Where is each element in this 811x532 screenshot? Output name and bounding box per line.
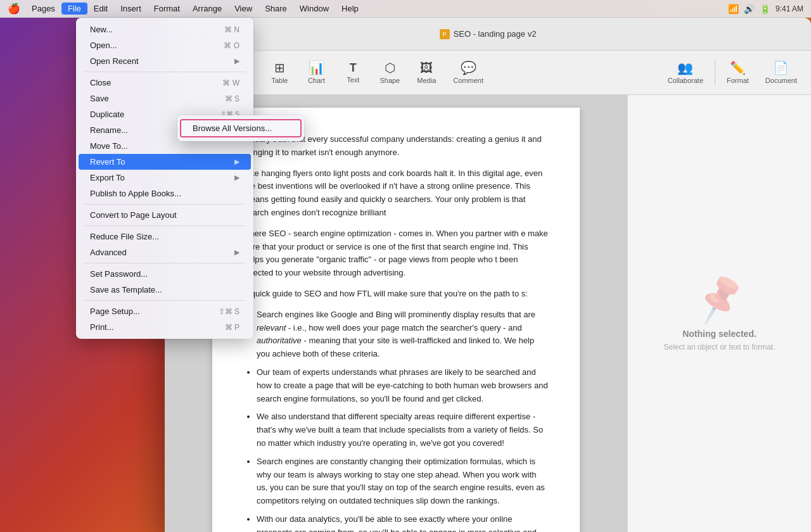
toolbar-comment[interactable]: 💬 Comment bbox=[445, 58, 491, 88]
menubar-format[interactable]: Format bbox=[148, 3, 186, 15]
menubar-help[interactable]: Help bbox=[335, 3, 365, 15]
menubar-edit[interactable]: Edit bbox=[87, 3, 114, 15]
doc-bullet-3: We also understand that different specia… bbox=[257, 410, 548, 450]
browse-all-versions-label: Browse All Versions... bbox=[193, 124, 272, 133]
title-bar-title: P SEO - landing page v2 bbox=[440, 29, 537, 39]
revert-to-submenu: Browse All Versions... bbox=[177, 115, 304, 141]
doc-paragraph-3: where SEO - search engine optimization -… bbox=[244, 227, 548, 280]
menu-item-revert-to-label: Revert To bbox=[90, 157, 125, 167]
document-icon-tb: 📄 bbox=[773, 61, 789, 74]
collaborate-icon: 👥 bbox=[677, 61, 693, 74]
document-page: a scary truth that every successful comp… bbox=[212, 108, 580, 532]
menu-item-publish-apple-books[interactable]: Publish to Apple Books... bbox=[79, 186, 251, 201]
menu-item-open-recent-label: Open Recent bbox=[90, 56, 139, 66]
doc-paragraph-2: Like hanging flyers onto light posts and… bbox=[244, 167, 548, 220]
menu-item-save-shortcut: ⌘ S bbox=[225, 94, 239, 103]
menu-item-export-to[interactable]: Export To ▶ bbox=[79, 170, 251, 186]
menu-item-save-template-label: Save as Template... bbox=[90, 285, 162, 294]
menu-item-new-shortcut: ⌘ N bbox=[224, 25, 239, 34]
volume-icon: 🔊 bbox=[744, 4, 755, 14]
title-bar: P SEO - landing page v2 bbox=[165, 18, 811, 51]
menubar-insert[interactable]: Insert bbox=[114, 3, 148, 15]
toolbar-chart[interactable]: 📊 Chart bbox=[298, 58, 334, 88]
text-icon: T bbox=[350, 62, 357, 73]
menu-item-close[interactable]: Close ⌘ W bbox=[79, 75, 251, 91]
menu-item-export-to-label: Export To bbox=[90, 173, 125, 182]
file-menu-dropdown: New... ⌘ N Open... ⌘ O Open Recent ▶ Clo… bbox=[76, 18, 253, 339]
menubar-file[interactable]: File bbox=[61, 3, 87, 15]
menubar-share[interactable]: Share bbox=[259, 3, 293, 15]
media-label: Media bbox=[417, 77, 436, 84]
format-label: Format bbox=[727, 77, 749, 84]
toolbar-text[interactable]: T Text bbox=[335, 58, 371, 87]
doc-bullet-list: Search engines like Google and Bing will… bbox=[257, 308, 548, 532]
menu-item-page-setup[interactable]: Page Setup... ⇧⌘ S bbox=[79, 303, 251, 319]
main-area: a scary truth that every successful comp… bbox=[165, 95, 811, 532]
menu-item-new[interactable]: New... ⌘ N bbox=[79, 22, 251, 37]
menu-item-publish-label: Publish to Apple Books... bbox=[90, 189, 181, 198]
toolbar-separator-2 bbox=[715, 60, 715, 86]
menu-item-rename-label: Rename... bbox=[90, 125, 128, 135]
menu-item-open-shortcut: ⌘ O bbox=[224, 41, 239, 50]
media-icon: 🖼 bbox=[420, 61, 433, 74]
menu-item-page-setup-shortcut: ⇧⌘ S bbox=[219, 307, 239, 316]
apple-menu[interactable]: 🍎 bbox=[8, 3, 20, 15]
menubar-pages[interactable]: Pages bbox=[25, 3, 61, 15]
menu-item-print-label: Print... bbox=[90, 322, 114, 332]
menu-item-open-recent[interactable]: Open Recent ▶ bbox=[79, 53, 251, 69]
menu-item-save-label: Save bbox=[90, 94, 109, 103]
advanced-arrow: ▶ bbox=[234, 248, 239, 256]
comment-label: Comment bbox=[453, 77, 483, 84]
toolbar-document[interactable]: 📄 Document bbox=[758, 58, 805, 88]
menu-bar: 🍎 Pages File Edit Insert Format Arrange … bbox=[0, 0, 811, 18]
text-label: Text bbox=[347, 76, 359, 84]
document-icon: P bbox=[440, 29, 450, 39]
menubar-status-icons: 📶 🔊 🔋 9:41 AM bbox=[728, 4, 803, 14]
menubar-window[interactable]: Window bbox=[293, 3, 335, 15]
toolbar-media[interactable]: 🖼 Media bbox=[409, 58, 444, 88]
menu-item-open[interactable]: Open... ⌘ O bbox=[79, 37, 251, 53]
toolbar-collaborate[interactable]: 👥 Collaborate bbox=[660, 58, 711, 88]
toolbar-format[interactable]: ✏️ Format bbox=[719, 58, 757, 88]
menu-item-new-label: New... bbox=[90, 25, 113, 34]
menu-item-advanced-label: Advanced bbox=[90, 248, 127, 257]
revert-to-arrow: ▶ bbox=[234, 158, 239, 166]
toolbar: ＋ Add Page ⊕ Insert ⊞ Table 📊 Chart T Te… bbox=[165, 51, 811, 95]
menubar-view[interactable]: View bbox=[228, 3, 259, 15]
menu-item-advanced[interactable]: Advanced ▶ bbox=[79, 244, 251, 260]
wifi-icon: 📶 bbox=[728, 4, 739, 14]
browse-all-versions-item[interactable]: Browse All Versions... bbox=[180, 119, 302, 137]
menu-separator-5 bbox=[84, 300, 246, 301]
menu-separator-4 bbox=[84, 263, 246, 263]
menu-item-print[interactable]: Print... ⌘ P bbox=[79, 319, 251, 335]
menu-item-save-as-template[interactable]: Save as Template... bbox=[79, 282, 251, 298]
doc-bullet-1: Search engines like Google and Bing will… bbox=[257, 308, 548, 361]
menu-item-set-password[interactable]: Set Password... bbox=[79, 266, 251, 282]
menu-item-revert-to[interactable]: Revert To ▶ bbox=[79, 154, 251, 170]
menu-item-convert-label: Convert to Page Layout bbox=[90, 210, 177, 220]
toolbar-table[interactable]: ⊞ Table bbox=[262, 58, 297, 88]
chart-label: Chart bbox=[308, 77, 325, 84]
menu-item-save[interactable]: Save ⌘ S bbox=[79, 91, 251, 106]
doc-bullet-4: Search engines are constantly changing t… bbox=[257, 455, 548, 508]
chart-icon: 📊 bbox=[309, 61, 324, 74]
nothing-selected-subtitle: Select an object or text to format. bbox=[651, 343, 788, 352]
menu-item-print-shortcut: ⌘ P bbox=[225, 323, 239, 332]
menu-item-close-label: Close bbox=[90, 78, 111, 87]
menu-item-move-to-label: Move To... bbox=[90, 141, 128, 151]
toolbar-shape[interactable]: ⬡ Shape bbox=[372, 58, 407, 88]
menu-item-close-shortcut: ⌘ W bbox=[222, 79, 239, 87]
doc-bullet-5: With our data analytics, you'll be able … bbox=[257, 513, 548, 532]
menu-separator-2 bbox=[84, 204, 246, 205]
menu-item-convert-page-layout[interactable]: Convert to Page Layout bbox=[79, 207, 251, 223]
menu-item-reduce-file-size[interactable]: Reduce File Size... bbox=[79, 229, 251, 244]
document-label: Document bbox=[765, 77, 797, 84]
format-icon: ✏️ bbox=[730, 61, 746, 74]
comment-icon: 💬 bbox=[461, 61, 476, 74]
nothing-selected-icon: 📌 bbox=[691, 270, 748, 326]
shape-label: Shape bbox=[380, 77, 400, 84]
menu-separator-1 bbox=[84, 72, 246, 72]
battery-icon: 🔋 bbox=[760, 4, 770, 14]
open-recent-arrow: ▶ bbox=[234, 57, 239, 65]
menubar-arrange[interactable]: Arrange bbox=[186, 3, 228, 15]
